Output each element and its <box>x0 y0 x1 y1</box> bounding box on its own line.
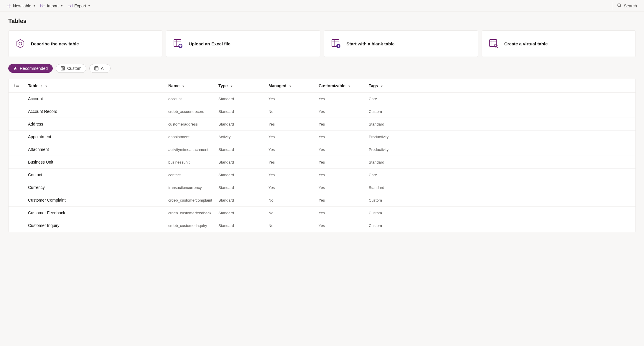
row-more-button[interactable]: ⋮ <box>152 194 165 207</box>
column-header-customizable[interactable]: Customizable ▾ <box>316 79 366 93</box>
more-vertical-icon: ⋮ <box>155 146 161 152</box>
more-vertical-icon: ⋮ <box>155 96 161 102</box>
chevron-down-icon: ▾ <box>34 4 35 7</box>
cell-table-display[interactable]: Attachment <box>25 143 152 156</box>
cell-table-display[interactable]: Account Record <box>25 105 152 118</box>
column-header-managed[interactable]: Managed ▾ <box>266 79 316 93</box>
cell-tags: Core <box>366 169 635 181</box>
row-more-button[interactable]: ⋮ <box>152 105 165 118</box>
row-more-button[interactable]: ⋮ <box>152 143 165 156</box>
cell-customizable: Yes <box>316 156 366 169</box>
cell-customizable: Yes <box>316 105 366 118</box>
import-icon <box>40 4 45 8</box>
cell-table-display[interactable]: Account <box>25 93 152 105</box>
cell-type: Standard <box>215 105 266 118</box>
row-more-button[interactable]: ⋮ <box>152 181 165 194</box>
table-row[interactable]: Account Record⋮crdeb_accountrecordStanda… <box>9 105 635 118</box>
pill-label: Custom <box>67 66 81 71</box>
table-row[interactable]: Account⋮accountStandardYesYesCore <box>9 93 635 105</box>
cell-type: Standard <box>215 156 266 169</box>
cell-type: Activity <box>215 131 266 143</box>
pill-recommended[interactable]: Recommended <box>8 64 53 73</box>
table-upload-icon <box>173 38 183 49</box>
table-row[interactable]: Attachment⋮activitymimeattachmentStandar… <box>9 143 635 156</box>
table-row[interactable]: Address⋮customeraddressStandardYesYesSta… <box>9 118 635 131</box>
grid-icon <box>94 66 98 70</box>
import-button[interactable]: Import ▾ <box>40 4 62 8</box>
star-icon <box>13 66 17 70</box>
numbered-list-icon: 123 <box>14 83 19 88</box>
card-blank-table[interactable]: Start with a blank table <box>324 30 478 57</box>
cell-type: Standard <box>215 118 266 131</box>
cell-customizable: Yes <box>316 131 366 143</box>
grid-plus-icon <box>61 66 65 70</box>
column-label: Customizable <box>319 83 345 88</box>
card-label: Create a virtual table <box>504 41 548 46</box>
card-label: Upload an Excel file <box>189 41 230 46</box>
cell-table-display[interactable]: Contact <box>25 169 152 181</box>
cell-table-display[interactable]: Customer Complaint <box>25 194 152 207</box>
cell-managed: No <box>266 219 316 232</box>
row-more-button[interactable]: ⋮ <box>152 131 165 143</box>
more-vertical-icon: ⋮ <box>155 134 161 140</box>
cell-customizable: Yes <box>316 93 366 105</box>
cell-table-display[interactable]: Business Unit <box>25 156 152 169</box>
cell-tags: Custom <box>366 105 635 118</box>
create-cards-row: Describe the new table Upload an Excel f… <box>8 30 636 57</box>
cell-type: Standard <box>215 93 266 105</box>
chevron-down-icon: ▾ <box>61 4 62 7</box>
cell-table-display[interactable]: Customer Feedback <box>25 207 152 219</box>
row-more-button[interactable]: ⋮ <box>152 93 165 105</box>
cell-name: appointment <box>165 131 215 143</box>
command-bar: New table ▾ Import ▾ Export ▾ Search <box>0 0 644 12</box>
export-button[interactable]: Export ▾ <box>68 4 90 8</box>
column-label: Name <box>168 83 179 88</box>
cell-table-display[interactable]: Appointment <box>25 131 152 143</box>
copilot-icon <box>15 38 26 49</box>
cell-name: customeraddress <box>165 118 215 131</box>
cell-table-display[interactable]: Currency <box>25 181 152 194</box>
card-virtual-table[interactable]: Create a virtual table <box>482 30 636 57</box>
cell-managed: Yes <box>266 181 316 194</box>
table-row[interactable]: Appointment⋮appointmentActivityYesYesPro… <box>9 131 635 143</box>
pill-label: Recommended <box>20 66 48 71</box>
import-label: Import <box>47 4 59 8</box>
svg-point-6 <box>617 4 620 6</box>
table-row[interactable]: Customer Inquiry⋮crdeb_customerinquirySt… <box>9 219 635 232</box>
cell-tags: Standard <box>366 156 635 169</box>
table-row[interactable]: Contact⋮contactStandardYesYesCore <box>9 169 635 181</box>
cell-name: businessunit <box>165 156 215 169</box>
cell-table-display[interactable]: Customer Inquiry <box>25 219 152 232</box>
card-upload-excel[interactable]: Upload an Excel file <box>166 30 320 57</box>
more-vertical-icon: ⋮ <box>155 159 161 165</box>
table-row[interactable]: Business Unit⋮businessunitStandardYesYes… <box>9 156 635 169</box>
cell-managed: No <box>266 194 316 207</box>
cell-name: crdeb_customerinquiry <box>165 219 215 232</box>
cell-managed: Yes <box>266 156 316 169</box>
card-describe-table[interactable]: Describe the new table <box>8 30 162 57</box>
column-header-tags[interactable]: Tags ▾ <box>366 79 635 93</box>
search-label: Search <box>624 4 637 8</box>
row-more-button[interactable]: ⋮ <box>152 156 165 169</box>
pill-custom[interactable]: Custom <box>56 64 86 73</box>
column-header-table[interactable]: Table ↑ ▾ <box>25 79 152 93</box>
cell-managed: Yes <box>266 93 316 105</box>
row-more-button[interactable]: ⋮ <box>152 169 165 181</box>
row-more-button[interactable]: ⋮ <box>152 207 165 219</box>
new-table-button[interactable]: New table ▾ <box>7 4 35 8</box>
table-row[interactable]: Customer Complaint⋮crdeb_customercomplai… <box>9 194 635 207</box>
column-header-name[interactable]: Name ▾ <box>165 79 215 93</box>
table-search-icon <box>488 38 499 49</box>
row-number-column[interactable]: 123 <box>9 79 25 93</box>
cell-name: contact <box>165 169 215 181</box>
cell-tags: Custom <box>366 207 635 219</box>
table-row[interactable]: Customer Feedback⋮crdeb_customerfeedback… <box>9 207 635 219</box>
table-row[interactable]: Currency⋮transactioncurrencyStandardYesY… <box>9 181 635 194</box>
row-more-button[interactable]: ⋮ <box>152 118 165 131</box>
column-header-type[interactable]: Type ▾ <box>215 79 266 93</box>
cell-table-display[interactable]: Address <box>25 118 152 131</box>
row-more-button[interactable]: ⋮ <box>152 219 165 232</box>
pill-all[interactable]: All <box>89 64 111 73</box>
svg-line-7 <box>620 6 621 7</box>
search-button[interactable]: Search <box>617 3 637 9</box>
